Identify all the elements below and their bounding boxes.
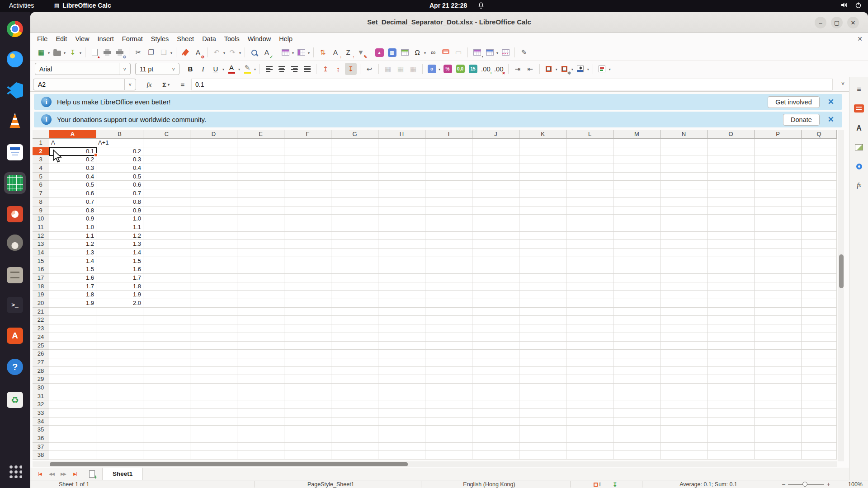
col-header-O[interactable]: O: [708, 130, 755, 139]
cell-N11[interactable]: [660, 223, 708, 232]
cell-Q34[interactable]: [802, 418, 837, 426]
dock-item-chrome[interactable]: [4, 18, 26, 40]
insert-pivot-table-button[interactable]: [399, 47, 410, 59]
cell-J11[interactable]: [472, 223, 519, 232]
cell-B37[interactable]: [96, 443, 143, 451]
formula-button[interactable]: =: [177, 79, 189, 90]
cell-A30[interactable]: [49, 384, 96, 392]
cell-P24[interactable]: [755, 333, 802, 342]
cell-H3[interactable]: [378, 155, 425, 164]
cell-N13[interactable]: [660, 240, 708, 249]
cell-K26[interactable]: [519, 350, 566, 358]
cell-H28[interactable]: [378, 367, 425, 375]
cell-J20[interactable]: [472, 299, 519, 308]
page-style-status[interactable]: PageStyle_Sheet1: [307, 481, 354, 488]
cell-B21[interactable]: [96, 308, 143, 316]
cell-A9[interactable]: 0.8: [49, 206, 96, 215]
cell-B1[interactable]: A+1: [96, 139, 143, 147]
cell-C33[interactable]: [143, 409, 190, 418]
cell-D34[interactable]: [190, 418, 237, 426]
cell-G4[interactable]: [331, 164, 378, 173]
cell-E23[interactable]: [237, 324, 284, 333]
cell-I2[interactable]: [425, 147, 472, 156]
cell-O38[interactable]: [708, 451, 755, 460]
cell-Q4[interactable]: [802, 164, 837, 173]
cell-N27[interactable]: [660, 358, 708, 367]
cell-M1[interactable]: [613, 139, 660, 147]
align-bottom-button[interactable]: ↧: [345, 63, 357, 75]
cell-E4[interactable]: [237, 164, 284, 173]
cell-O31[interactable]: [708, 392, 755, 401]
cell-P19[interactable]: [755, 291, 802, 299]
selection-stats-status[interactable]: Average: 0.1; Sum: 0.1: [663, 481, 754, 488]
cell-G20[interactable]: [331, 299, 378, 308]
cell-A21[interactable]: [49, 308, 96, 316]
cell-F25[interactable]: [284, 342, 331, 350]
format-currency-button[interactable]: o▾: [426, 63, 438, 75]
cell-D13[interactable]: [190, 240, 237, 249]
cell-E22[interactable]: [237, 316, 284, 324]
cell-E14[interactable]: [237, 249, 284, 257]
cell-F38[interactable]: [284, 451, 331, 460]
cell-N32[interactable]: [660, 400, 708, 409]
formula-input[interactable]: 0.1: [191, 79, 833, 90]
cell-I16[interactable]: [425, 265, 472, 274]
cell-L10[interactable]: [566, 215, 613, 223]
cell-D23[interactable]: [190, 324, 237, 333]
cell-E11[interactable]: [237, 223, 284, 232]
cell-F24[interactable]: [284, 333, 331, 342]
cell-M21[interactable]: [613, 308, 660, 316]
activities-button[interactable]: Activities: [6, 2, 37, 9]
cell-M26[interactable]: [613, 350, 660, 358]
col-header-E[interactable]: E: [237, 130, 284, 139]
cell-I15[interactable]: [425, 257, 472, 266]
cell-C22[interactable]: [143, 316, 190, 324]
cell-E17[interactable]: [237, 274, 284, 282]
cell-A26[interactable]: [49, 350, 96, 358]
cell-F11[interactable]: [284, 223, 331, 232]
cell-Q15[interactable]: [802, 257, 837, 266]
cell-J31[interactable]: [472, 392, 519, 401]
row-header-26[interactable]: 26: [33, 350, 49, 358]
cell-D10[interactable]: [190, 215, 237, 223]
cell-J27[interactable]: [472, 358, 519, 367]
cell-L33[interactable]: [566, 409, 613, 418]
cell-F26[interactable]: [284, 350, 331, 358]
cell-P7[interactable]: [755, 189, 802, 198]
cell-I7[interactable]: [425, 189, 472, 198]
increase-indent-button[interactable]: ⇥: [512, 63, 524, 75]
cell-B34[interactable]: [96, 418, 143, 426]
cell-I12[interactable]: [425, 232, 472, 240]
align-center-button[interactable]: [276, 63, 288, 75]
cell-G32[interactable]: [331, 400, 378, 409]
show-draw-functions-button[interactable]: ✎: [518, 47, 530, 59]
cell-D19[interactable]: [190, 291, 237, 299]
expand-formula-bar-button[interactable]: ˅: [841, 81, 844, 87]
cell-N19[interactable]: [660, 291, 708, 299]
cell-N31[interactable]: [660, 392, 708, 401]
cell-E27[interactable]: [237, 358, 284, 367]
clone-formatting-button[interactable]: [179, 47, 191, 59]
cell-Q7[interactable]: [802, 189, 837, 198]
cell-K9[interactable]: [519, 206, 566, 215]
cell-C3[interactable]: [143, 155, 190, 164]
cell-B8[interactable]: 0.8: [96, 198, 143, 206]
cell-D25[interactable]: [190, 342, 237, 350]
cell-A11[interactable]: 1.0: [49, 223, 96, 232]
row-header-16[interactable]: 16: [33, 265, 49, 274]
menu-format[interactable]: Format: [118, 34, 147, 43]
cell-A16[interactable]: 1.5: [49, 265, 96, 274]
cell-L29[interactable]: [566, 375, 613, 384]
cell-D20[interactable]: [190, 299, 237, 308]
cell-D38[interactable]: [190, 451, 237, 460]
cell-N28[interactable]: [660, 367, 708, 375]
cell-L21[interactable]: [566, 308, 613, 316]
cell-P29[interactable]: [755, 375, 802, 384]
cell-A5[interactable]: 0.4: [49, 173, 96, 181]
cell-H17[interactable]: [378, 274, 425, 282]
row-header-10[interactable]: 10: [33, 215, 49, 223]
cell-F4[interactable]: [284, 164, 331, 173]
cell-D9[interactable]: [190, 206, 237, 215]
cell-K36[interactable]: [519, 434, 566, 443]
cell-N35[interactable]: [660, 426, 708, 434]
